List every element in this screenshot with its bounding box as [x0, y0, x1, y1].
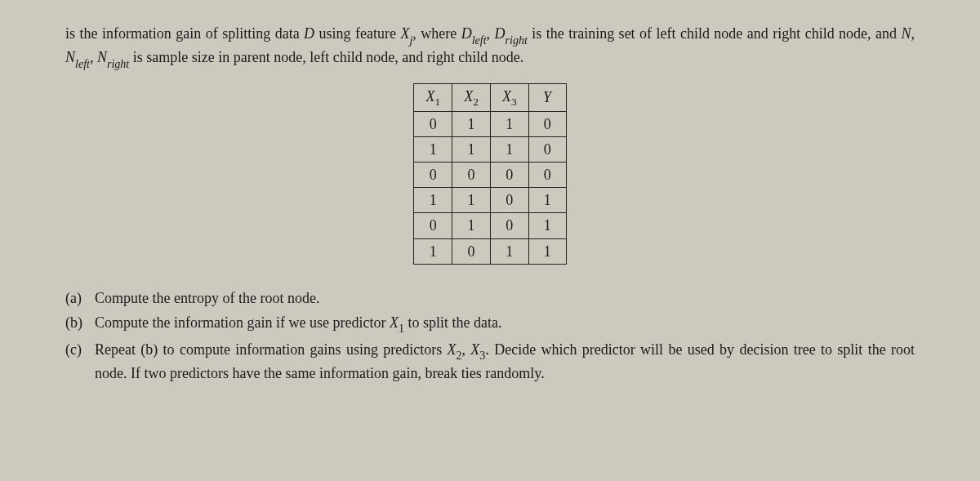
cell: 1	[452, 112, 491, 137]
cell: 0	[528, 112, 566, 137]
question-c-label: (c)	[65, 339, 95, 384]
cell: 1	[490, 137, 528, 163]
question-a-label: (a)	[65, 287, 95, 309]
header-x1-var: X	[425, 88, 434, 105]
intro-text-5: is sample size in parent node, left chil…	[129, 49, 523, 65]
header-x2-sub: 2	[473, 96, 479, 108]
header-y-var: Y	[543, 89, 551, 105]
header-x2-var: X	[464, 88, 473, 105]
question-b: (b) Compute the information gain if we u…	[65, 312, 915, 336]
question-a-text: Compute the entropy of the root node.	[95, 287, 915, 309]
var-Nright-sub: right	[107, 57, 129, 70]
q-b-x1-sub: 1	[399, 322, 404, 335]
cell: 1	[528, 188, 566, 213]
cell: 0	[414, 213, 452, 238]
cell: 1	[452, 213, 491, 238]
question-c-text: Repeat (b) to compute information gains …	[95, 339, 915, 384]
cell: 0	[414, 163, 452, 188]
var-Nleft-sub: left	[75, 57, 90, 70]
var-Dleft-sub: left	[472, 33, 487, 47]
cell: 1	[414, 238, 452, 264]
question-b-text: Compute the information gain if we use p…	[95, 312, 915, 336]
q-b-x1: X	[390, 314, 399, 331]
var-Xj-sub: j	[409, 33, 412, 47]
var-Nleft: N	[65, 49, 75, 65]
intro-comma-2: ,	[911, 25, 915, 42]
q-c-x3: X	[470, 341, 479, 358]
header-x1: X1	[414, 83, 452, 111]
table-row: 0 0 0 0	[414, 163, 566, 188]
intro-text-4: is the training set of left child node a…	[528, 25, 902, 42]
intro-text-3: , where	[412, 25, 461, 42]
cell: 0	[490, 163, 528, 188]
header-x3: X3	[490, 83, 528, 111]
cell: 1	[490, 238, 528, 264]
header-x2: X2	[452, 83, 491, 111]
intro-comma-1: ,	[487, 25, 495, 42]
cell: 0	[528, 137, 566, 163]
cell: 0	[414, 112, 452, 137]
var-D: D	[304, 25, 314, 42]
header-x1-sub: 1	[434, 96, 440, 108]
intro-text-1: is the information gain of splitting dat…	[65, 25, 304, 42]
data-table: X1 X2 X3 Y 0 1 1 0 1 1 1 0 0 0 0 0 1 1 0…	[413, 83, 566, 265]
table-row: 1 0 1 1	[414, 238, 566, 264]
header-x3-sub: 3	[511, 96, 517, 108]
table-row: 0 1 1 0	[414, 112, 566, 137]
cell: 1	[414, 137, 452, 163]
cell: 0	[452, 238, 491, 264]
intro-paragraph: is the information gain of splitting dat…	[65, 23, 915, 70]
var-N: N	[902, 25, 911, 42]
q-c-x3-sub: 3	[479, 349, 485, 362]
var-Dright-sub: right	[506, 33, 528, 47]
cell: 1	[414, 188, 452, 213]
q-c-x2-sub: 2	[457, 349, 462, 362]
cell: 0	[528, 163, 566, 188]
cell: 1	[452, 137, 491, 163]
intro-comma-3: ,	[90, 49, 97, 65]
cell: 1	[528, 238, 566, 264]
header-y: Y	[528, 83, 566, 111]
cell: 0	[490, 213, 528, 238]
cell: 1	[452, 188, 491, 213]
var-Xj: X	[400, 25, 409, 42]
q-b-post: to split the data.	[404, 314, 501, 331]
table-header-row: X1 X2 X3 Y	[414, 83, 566, 111]
var-Dright: D	[495, 25, 506, 42]
q-c-pre: Repeat (b) to compute information gains …	[95, 341, 448, 358]
question-c: (c) Repeat (b) to compute information ga…	[65, 339, 915, 384]
questions-list: (a) Compute the entropy of the root node…	[65, 287, 915, 384]
table-row: 1 1 1 0	[414, 137, 566, 163]
intro-text-2: using feature	[314, 25, 400, 42]
var-Nright: N	[97, 49, 107, 65]
var-Dleft: D	[461, 25, 472, 42]
q-c-comma: ,	[462, 341, 471, 358]
header-x3-var: X	[502, 88, 511, 105]
table-row: 1 1 0 1	[414, 188, 566, 213]
q-b-pre: Compute the information gain if we use p…	[95, 314, 390, 331]
cell: 1	[490, 112, 528, 137]
q-c-x2: X	[448, 341, 457, 358]
table-row: 0 1 0 1	[414, 213, 566, 238]
cell: 0	[452, 163, 491, 188]
question-b-label: (b)	[65, 312, 95, 336]
cell: 0	[490, 188, 528, 213]
cell: 1	[528, 213, 566, 238]
question-a: (a) Compute the entropy of the root node…	[65, 287, 915, 309]
